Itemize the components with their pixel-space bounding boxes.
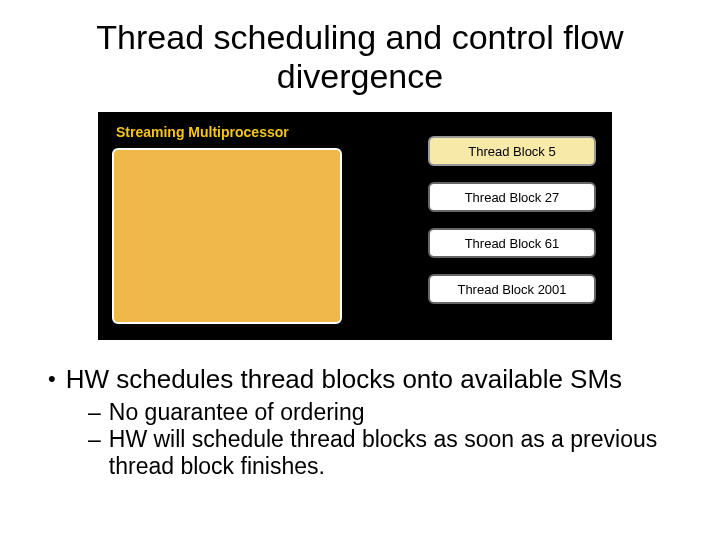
- bullet-level-2: – No guarantee of ordering: [88, 399, 672, 426]
- bullet-sub-list: – No guarantee of ordering – HW will sch…: [88, 399, 672, 480]
- sm-box: [112, 148, 342, 324]
- sm-label: Streaming Multiprocessor: [116, 124, 289, 140]
- thread-block: Thread Block 27: [428, 182, 596, 212]
- thread-block: Thread Block 2001: [428, 274, 596, 304]
- diagram-area: Streaming Multiprocessor Thread Block 5 …: [98, 112, 612, 340]
- bullet-level-2: – HW will schedule thread blocks as soon…: [88, 426, 672, 480]
- slide-title: Thread scheduling and control flow diver…: [0, 0, 720, 106]
- bullet-text: HW schedules thread blocks onto availabl…: [66, 364, 622, 395]
- thread-block: Thread Block 61: [428, 228, 596, 258]
- dash-icon: –: [88, 426, 101, 480]
- bullet-level-1: • HW schedules thread blocks onto availa…: [48, 364, 672, 395]
- bullet-icon: •: [48, 364, 56, 395]
- thread-blocks-column: Thread Block 5 Thread Block 27 Thread Bl…: [428, 136, 596, 304]
- dash-icon: –: [88, 399, 101, 426]
- thread-block: Thread Block 5: [428, 136, 596, 166]
- bullet-list: • HW schedules thread blocks onto availa…: [48, 364, 672, 480]
- bullet-text: No guarantee of ordering: [109, 399, 365, 426]
- bullet-text: HW will schedule thread blocks as soon a…: [109, 426, 672, 480]
